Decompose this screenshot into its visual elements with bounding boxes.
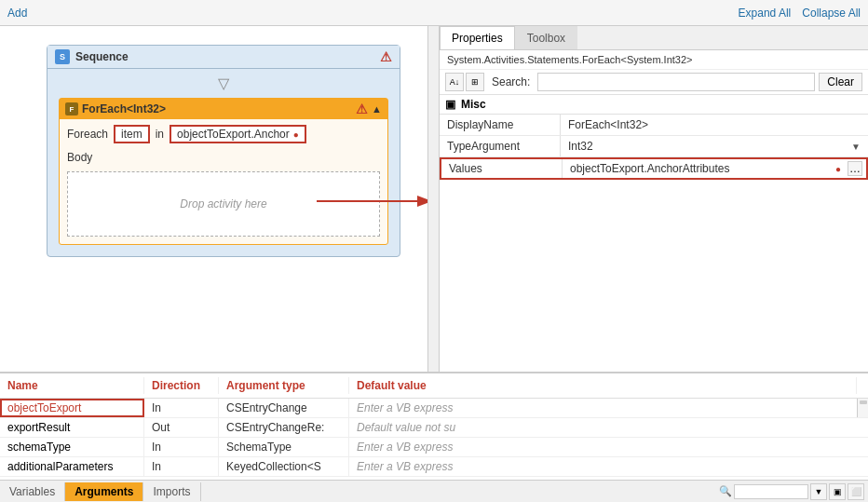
row4-name[interactable]: additionalParameters <box>0 457 144 476</box>
clear-button[interactable]: Clear <box>819 73 862 91</box>
sort-cat-button[interactable]: ⊞ <box>466 73 484 91</box>
foreach-header: F ForEach<Int32> ⚠ ▲ <box>60 99 387 119</box>
panel-search-row: A↓ ⊞ Search: Clear <box>440 70 868 95</box>
bottom-rows: objectToExport In CSEntryChange Enter a … <box>0 399 868 480</box>
canvas-area: S Sequence ⚠ ▽ F ForEach<Int32> ⚠ ▲ Fore… <box>0 26 440 372</box>
foreach-expand: ⚠ ▲ <box>356 102 382 116</box>
bottom-search-area: 🔍 ▼ ▣ ⬜ <box>715 483 868 500</box>
values-error-btn: ● <box>831 161 846 176</box>
sequence-title: Sequence <box>75 50 129 63</box>
prop-name-display: DisplayName <box>440 115 561 135</box>
table-row: additionalParameters In KeyedCollection<… <box>0 457 868 477</box>
arrow-down: ▽ <box>47 69 400 98</box>
prop-values-row: Values objectToExport.AnchorAttributes ●… <box>440 157 868 180</box>
table-row: objectToExport In CSEntryChange Enter a … <box>0 399 868 418</box>
row3-type: SchemaType <box>219 438 349 456</box>
tab-variables[interactable]: Variables <box>0 482 65 501</box>
foreach-dot: ● <box>293 129 299 140</box>
expand-all-button[interactable]: Expand All <box>739 7 792 20</box>
prop-name-type: TypeArgument <box>440 136 561 156</box>
bottom-btn3[interactable]: ⬜ <box>848 483 864 500</box>
type-dropdown-arrow[interactable]: ▼ <box>851 142 861 152</box>
row1-default[interactable]: Enter a VB express <box>349 399 857 417</box>
tab-imports[interactable]: Imports <box>143 482 200 501</box>
col-direction: Direction <box>144 377 219 394</box>
body-label: Body <box>60 149 387 168</box>
sequence-error-badge: ⚠ <box>380 49 392 64</box>
values-error-icon: ● <box>835 164 841 174</box>
row3-dir: In <box>144 438 219 456</box>
foreach-label: Foreach <box>67 128 108 141</box>
values-dots-btn[interactable]: … <box>848 161 862 176</box>
bottom-table-header: Name Direction Argument type Default val… <box>0 373 868 399</box>
bottom-tabs: Variables Arguments Imports 🔍 ▼ ▣ ⬜ <box>0 480 868 502</box>
foreach-item-value[interactable]: item <box>114 125 150 143</box>
foreach-in-value[interactable]: objectToExport.Anchor ● <box>170 125 306 143</box>
col-name: Name <box>0 377 144 394</box>
prop-values-buttons: ● … <box>831 161 866 176</box>
add-button[interactable]: Add <box>7 7 27 20</box>
right-panel: Properties Toolbox System.Activities.Sta… <box>440 26 868 372</box>
bottom-panel: Name Direction Argument type Default val… <box>0 372 868 502</box>
sort-cat-icon: ⊞ <box>471 77 479 87</box>
panel-title: System.Activities.Statements.ForEach<Sys… <box>440 50 868 70</box>
tab-toolbox[interactable]: Toolbox <box>515 26 577 49</box>
row1-type: CSEntryChange <box>219 399 349 417</box>
row2-dir: Out <box>144 418 219 437</box>
bottom-search-input[interactable] <box>734 484 808 499</box>
table-row: schemaType In SchemaType Enter a VB expr… <box>0 438 868 457</box>
row1-dir: In <box>144 399 219 417</box>
bottom-btn1[interactable]: ▼ <box>810 483 827 500</box>
drop-label: Drop activity here <box>180 197 266 210</box>
table-row: exportResult Out CSEntryChangeRe: Defaul… <box>0 418 868 438</box>
top-toolbar: Add Expand All Collapse All <box>0 0 868 26</box>
panel-tabs: Properties Toolbox <box>440 26 868 50</box>
bottom-btn2[interactable]: ▣ <box>829 483 846 500</box>
scrollbar-thumb[interactable] <box>860 400 867 404</box>
misc-label: Misc <box>461 98 486 111</box>
search-label: Search: <box>488 75 534 88</box>
tab-arguments[interactable]: Arguments <box>65 482 143 501</box>
foreach-container: F ForEach<Int32> ⚠ ▲ Foreach item in obj… <box>59 98 388 245</box>
collapse-all-button[interactable]: Collapse All <box>802 7 861 20</box>
foreach-collapse-icon[interactable]: ▲ <box>372 103 382 115</box>
row2-type: CSEntryChangeRe: <box>219 418 349 437</box>
col-type: Argument type <box>219 377 349 394</box>
sort-az-button[interactable]: A↓ <box>445 73 464 91</box>
prop-val-type[interactable]: Int32 ▼ <box>561 136 868 156</box>
prop-display-name-row: DisplayName ForEach<Int32> <box>440 115 868 136</box>
row3-default[interactable]: Enter a VB express <box>349 438 868 456</box>
col-default: Default value <box>349 377 857 394</box>
foreach-icon: F <box>65 102 78 115</box>
prop-val-display: ForEach<Int32> <box>561 115 868 135</box>
bottom-scrollbar[interactable] <box>857 399 868 417</box>
prop-type-arg-row: TypeArgument Int32 ▼ <box>440 136 868 157</box>
panel-search-icons: A↓ ⊞ <box>445 73 484 91</box>
sequence-icon: S <box>55 49 70 64</box>
canvas-scrollbar[interactable] <box>427 26 439 372</box>
prop-val-values[interactable]: objectToExport.AnchorAttributes <box>563 159 831 178</box>
foreach-body-row: Foreach item in objectToExport.Anchor ● <box>60 119 387 149</box>
misc-section-header: ▣ Misc <box>440 95 868 115</box>
sort-az-icon: A↓ <box>450 77 460 87</box>
sequence-container: S Sequence ⚠ ▽ F ForEach<Int32> ⚠ ▲ Fore… <box>47 45 400 257</box>
row1-name[interactable]: objectToExport <box>0 399 144 417</box>
row4-default[interactable]: Enter a VB express <box>349 457 868 476</box>
foreach-title: ForEach<Int32> <box>82 102 166 115</box>
bottom-search-icon: 🔍 <box>719 485 732 497</box>
values-dots-icon: … <box>849 162 861 175</box>
foreach-in-label: in <box>156 128 164 141</box>
row4-dir: In <box>144 457 219 476</box>
prop-name-values: Values <box>441 159 563 178</box>
search-input[interactable] <box>537 73 815 91</box>
misc-toggle[interactable]: ▣ <box>445 98 455 111</box>
main-area: S Sequence ⚠ ▽ F ForEach<Int32> ⚠ ▲ Fore… <box>0 26 868 372</box>
sequence-header: S Sequence ⚠ <box>47 46 400 69</box>
drop-area[interactable]: Drop activity here <box>67 171 380 237</box>
row2-name[interactable]: exportResult <box>0 418 144 437</box>
row3-name[interactable]: schemaType <box>0 438 144 456</box>
foreach-error-badge: ⚠ <box>356 102 368 116</box>
row4-type: KeyedCollection<S <box>219 457 349 476</box>
row2-default[interactable]: Default value not su <box>349 418 868 437</box>
tab-properties[interactable]: Properties <box>440 26 515 49</box>
